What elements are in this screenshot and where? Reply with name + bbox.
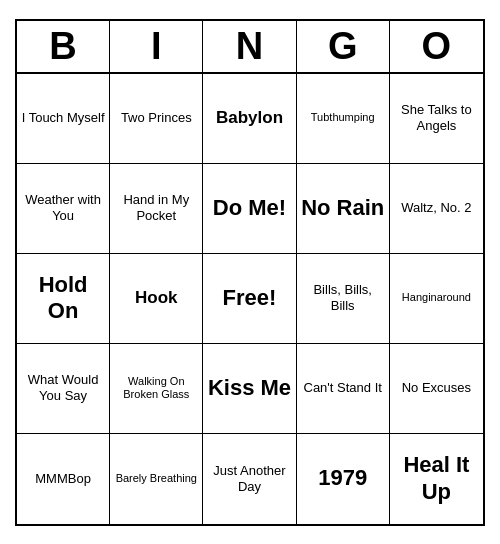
- bingo-cell-0: I Touch Myself: [17, 74, 110, 164]
- bingo-letter-n: N: [203, 21, 296, 72]
- cell-text-7: Do Me!: [213, 195, 286, 221]
- bingo-cell-3: Tubthumping: [297, 74, 390, 164]
- bingo-cell-4: She Talks to Angels: [390, 74, 483, 164]
- bingo-cell-24: Heal It Up: [390, 434, 483, 524]
- cell-text-15: What Would You Say: [21, 372, 105, 403]
- cell-text-0: I Touch Myself: [22, 110, 105, 126]
- cell-text-3: Tubthumping: [311, 111, 375, 124]
- bingo-cell-22: Just Another Day: [203, 434, 296, 524]
- bingo-cell-19: No Excuses: [390, 344, 483, 434]
- bingo-cell-5: Weather with You: [17, 164, 110, 254]
- cell-text-17: Kiss Me: [208, 375, 291, 401]
- cell-text-22: Just Another Day: [207, 463, 291, 494]
- cell-text-20: MMMBop: [35, 471, 91, 487]
- bingo-cell-12: Free!: [203, 254, 296, 344]
- bingo-cell-2: Babylon: [203, 74, 296, 164]
- cell-text-6: Hand in My Pocket: [114, 192, 198, 223]
- bingo-cell-15: What Would You Say: [17, 344, 110, 434]
- cell-text-13: Bills, Bills, Bills: [301, 282, 385, 313]
- bingo-letter-i: I: [110, 21, 203, 72]
- cell-text-16: Walking On Broken Glass: [114, 375, 198, 401]
- bingo-letter-b: B: [17, 21, 110, 72]
- cell-text-12: Free!: [223, 285, 277, 311]
- cell-text-23: 1979: [318, 465, 367, 491]
- bingo-grid: I Touch MyselfTwo PrincesBabylonTubthump…: [17, 74, 483, 524]
- bingo-letter-o: O: [390, 21, 483, 72]
- bingo-cell-23: 1979: [297, 434, 390, 524]
- bingo-letter-g: G: [297, 21, 390, 72]
- bingo-cell-16: Walking On Broken Glass: [110, 344, 203, 434]
- bingo-header: BINGO: [17, 21, 483, 74]
- bingo-cell-9: Waltz, No. 2: [390, 164, 483, 254]
- bingo-cell-8: No Rain: [297, 164, 390, 254]
- bingo-cell-10: Hold On: [17, 254, 110, 344]
- bingo-cell-17: Kiss Me: [203, 344, 296, 434]
- cell-text-9: Waltz, No. 2: [401, 200, 471, 216]
- bingo-cell-21: Barely Breathing: [110, 434, 203, 524]
- bingo-cell-20: MMMBop: [17, 434, 110, 524]
- cell-text-11: Hook: [135, 288, 178, 308]
- bingo-card: BINGO I Touch MyselfTwo PrincesBabylonTu…: [15, 19, 485, 526]
- cell-text-18: Can't Stand It: [304, 380, 382, 396]
- cell-text-4: She Talks to Angels: [394, 102, 479, 133]
- bingo-cell-11: Hook: [110, 254, 203, 344]
- bingo-cell-7: Do Me!: [203, 164, 296, 254]
- cell-text-14: Hanginaround: [402, 291, 471, 304]
- cell-text-2: Babylon: [216, 108, 283, 128]
- bingo-cell-14: Hanginaround: [390, 254, 483, 344]
- bingo-cell-1: Two Princes: [110, 74, 203, 164]
- cell-text-21: Barely Breathing: [116, 472, 197, 485]
- bingo-cell-13: Bills, Bills, Bills: [297, 254, 390, 344]
- cell-text-1: Two Princes: [121, 110, 192, 126]
- bingo-cell-6: Hand in My Pocket: [110, 164, 203, 254]
- cell-text-24: Heal It Up: [394, 452, 479, 505]
- cell-text-19: No Excuses: [402, 380, 471, 396]
- cell-text-8: No Rain: [301, 195, 384, 221]
- cell-text-10: Hold On: [21, 272, 105, 325]
- bingo-cell-18: Can't Stand It: [297, 344, 390, 434]
- cell-text-5: Weather with You: [21, 192, 105, 223]
